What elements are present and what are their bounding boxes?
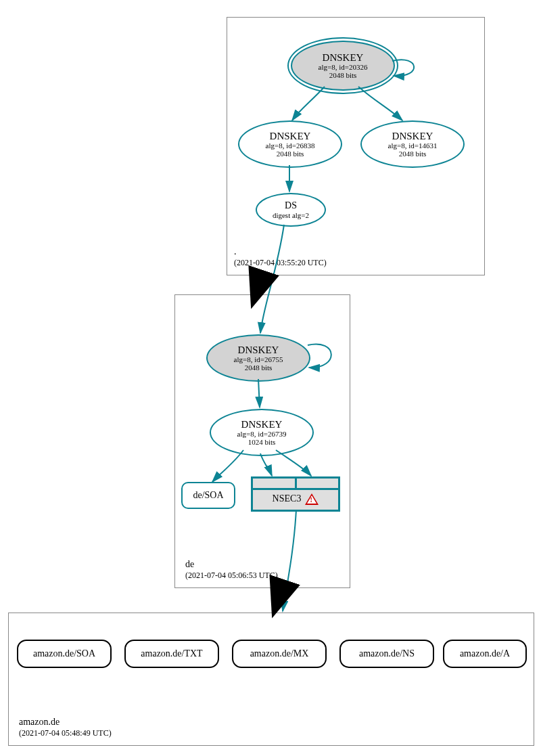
node-sub1: alg=8, id=14631 <box>388 141 438 150</box>
record-a: amazon.de/A <box>443 640 527 668</box>
zone-de-name: de <box>185 559 194 570</box>
de-soa-node: de/SOA <box>181 482 235 509</box>
ds-node: DS digest alg=2 <box>256 193 326 227</box>
record-txt: amazon.de/TXT <box>124 640 219 668</box>
record-ns: amazon.de/NS <box>339 640 434 668</box>
node-sub2: 2048 bits <box>329 71 357 79</box>
zone-amazon-name: amazon.de <box>19 717 60 728</box>
record-label: amazon.de/SOA <box>33 648 95 659</box>
dnskey-de-ksk: DNSKEY alg=8, id=26755 2048 bits <box>206 334 310 382</box>
node-sub2: 1024 bits <box>248 438 276 446</box>
dnskey-root-zsk2: DNSKEY alg=8, id=14631 2048 bits <box>360 120 465 168</box>
node-sub2: 2048 bits <box>245 363 273 372</box>
nsec3-label: NSEC3 <box>273 493 302 504</box>
node-title: DNSKEY <box>270 131 311 142</box>
record-label: amazon.de/MX <box>250 648 309 659</box>
node-title: DNSKEY <box>323 52 364 64</box>
record-label: amazon.de/NS <box>359 648 415 659</box>
zone-de-timestamp: (2021-07-04 05:06:53 UTC) <box>185 571 278 581</box>
warning-icon: ! <box>305 493 319 505</box>
zone-root-timestamp: (2021-07-04 03:55:20 UTC) <box>234 258 327 268</box>
node-title: DNSKEY <box>241 419 283 430</box>
de-soa-label: de/SOA <box>193 490 223 501</box>
zone-amazon: amazon.de (2021-07-04 05:48:49 UTC) <box>8 613 534 746</box>
record-soa: amazon.de/SOA <box>17 640 112 668</box>
node-title: DNSKEY <box>238 344 279 356</box>
record-label: amazon.de/TXT <box>141 648 202 659</box>
record-mx: amazon.de/MX <box>232 640 327 668</box>
node-sub1: alg=8, id=26739 <box>237 430 287 438</box>
dnskey-root-ksk: DNSKEY alg=8, id=20326 2048 bits <box>291 41 395 91</box>
node-title: DNSKEY <box>392 131 433 142</box>
node-sub2: 2048 bits <box>277 150 304 158</box>
node-sub1: alg=8, id=26755 <box>234 355 283 363</box>
node-sub1: digest alg=2 <box>273 211 309 219</box>
dnskey-de-zsk: DNSKEY alg=8, id=26739 1024 bits <box>210 409 314 456</box>
node-sub1: alg=8, id=20326 <box>319 63 368 71</box>
nsec3-node: NSEC3 ! <box>251 476 340 512</box>
record-label: amazon.de/A <box>460 648 510 659</box>
node-sub2: 2048 bits <box>399 150 427 158</box>
zone-amazon-timestamp: (2021-07-04 05:48:49 UTC) <box>19 728 112 738</box>
nsec3-cell <box>253 479 297 488</box>
dnskey-root-zsk1: DNSKEY alg=8, id=26838 2048 bits <box>238 120 342 168</box>
zone-root-name: . <box>234 246 237 257</box>
node-sub1: alg=8, id=26838 <box>266 141 315 150</box>
nsec3-cell <box>297 479 339 488</box>
node-title: DS <box>285 200 297 210</box>
